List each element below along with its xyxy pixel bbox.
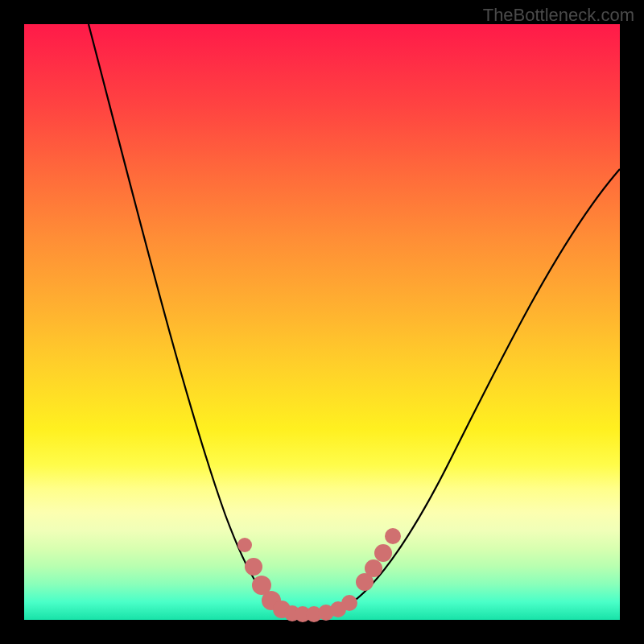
- marker-dot: [341, 595, 357, 611]
- marker-group: [237, 528, 401, 622]
- marker-dot: [365, 559, 382, 577]
- bottleneck-curve: [89, 24, 620, 614]
- watermark-text: TheBottleneck.com: [483, 5, 634, 26]
- chart-svg: [24, 24, 620, 620]
- marker-dot: [385, 528, 401, 544]
- plot-area: [24, 24, 620, 620]
- marker-dot: [237, 538, 252, 552]
- chart-frame: TheBottleneck.com: [0, 0, 644, 644]
- marker-dot: [245, 558, 262, 576]
- marker-dot: [374, 544, 392, 562]
